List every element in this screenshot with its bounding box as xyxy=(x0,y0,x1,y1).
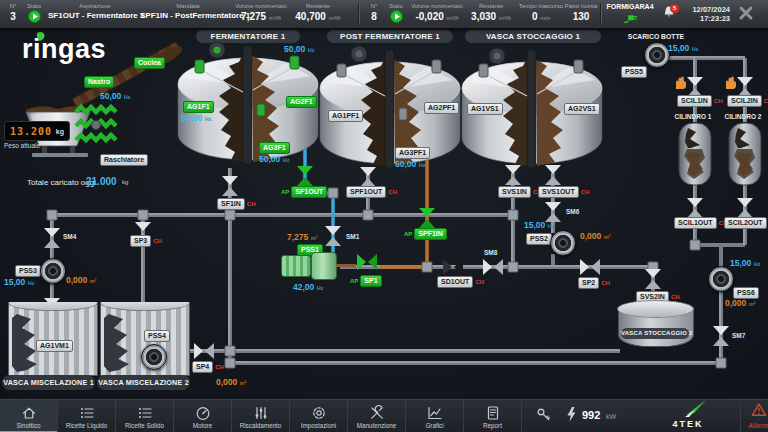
weight-display: 13.200 kg xyxy=(4,121,70,141)
pss1-volume: 7,275 m³ xyxy=(287,232,317,242)
ag1pf1-label[interactable]: AG1PF1 xyxy=(328,110,363,122)
svs1in-valve[interactable] xyxy=(505,165,521,185)
pss1-motor[interactable] xyxy=(281,255,311,277)
tab-riscaldamento[interactable]: Riscaldamento xyxy=(232,400,290,432)
ag3pf1-label[interactable]: AG3PF1 xyxy=(395,147,430,159)
tab-manutenzione[interactable]: Manutenzione xyxy=(348,400,406,432)
pss6-frequency: 15,00 Hz xyxy=(730,258,760,268)
tab-allarmi[interactable]: Allarmi xyxy=(740,402,768,432)
gauge-icon xyxy=(195,405,211,421)
tab-grafici[interactable]: Grafici xyxy=(406,400,464,432)
pss6-pump[interactable] xyxy=(708,266,734,292)
sp2-tag[interactable]: SP2CH xyxy=(578,277,610,289)
ag1f1-frequency: 50,00 Hz xyxy=(181,113,211,123)
pss3-label[interactable]: PSS3 xyxy=(15,265,41,277)
pss3-pump[interactable] xyxy=(40,258,66,284)
ag2pf1-label[interactable]: AG2PF1 xyxy=(424,102,459,114)
power-bolt-icon xyxy=(564,406,578,424)
scil2in-valve[interactable] xyxy=(737,77,753,97)
sm7-valve[interactable] xyxy=(713,326,729,346)
raschiatore-label[interactable]: Raschiatore xyxy=(100,154,148,166)
sp2-valve[interactable] xyxy=(580,259,600,275)
tab-ricette-solido[interactable]: Ricette Solido xyxy=(116,400,174,432)
synoptic-area: ringas Coclea Nastro 50,00 Hz 13.200 xyxy=(0,28,768,399)
tab-motore[interactable]: Motore xyxy=(174,400,232,432)
svs1in-tag[interactable]: SVS1INCH xyxy=(498,186,542,198)
ag2f1-label[interactable]: AG2F1 xyxy=(286,96,317,108)
sd1out-valve[interactable] xyxy=(443,259,463,275)
spf1in-valve[interactable] xyxy=(419,208,435,228)
pss2-frequency: 15,00 Hz xyxy=(524,220,554,230)
pss2-pump[interactable] xyxy=(550,230,576,256)
pss1-pump-body[interactable] xyxy=(311,252,337,280)
cilindro2-vessel[interactable] xyxy=(728,122,762,186)
spf1in-tag[interactable]: APSPF1IN xyxy=(404,228,447,240)
scil2out-valve[interactable] xyxy=(737,198,753,218)
pss2-label[interactable]: PSS2 xyxy=(526,233,552,245)
alarm-bell-button[interactable]: 5 xyxy=(662,5,682,23)
pss3-volume: 0,000 m³ xyxy=(66,275,96,285)
vasca-miscelazione1-title: VASCA MISCELAZIONE 1 xyxy=(2,375,95,390)
ag3f1-label[interactable]: AG3F1 xyxy=(259,142,290,154)
cilindro1-vessel[interactable] xyxy=(678,122,712,186)
document-icon xyxy=(485,405,501,421)
scil2out-tag[interactable]: SCIL2OUTCH xyxy=(724,217,768,229)
ag1vm1-label[interactable]: AG1VM1 xyxy=(36,340,73,352)
sf1out-tag[interactable]: APSF1OUT xyxy=(281,186,327,198)
header-bar: N° 3 Stato Aspirazione SF1OUT - Fermenta… xyxy=(0,0,768,29)
pss5-pump[interactable] xyxy=(644,42,670,68)
sd1out-tag[interactable]: SD1OUTCH xyxy=(437,276,484,288)
close-button[interactable] xyxy=(738,5,756,23)
scil1in-tag[interactable]: SCIL1INCH xyxy=(677,95,723,107)
ag3pf1-frequency: 50,00 Hz xyxy=(395,159,425,169)
totale-caricato-unit: kg xyxy=(122,179,128,185)
sp4-tag[interactable]: SP4CH xyxy=(192,361,224,373)
scil1out-valve[interactable] xyxy=(687,198,703,218)
sf1in-valve[interactable] xyxy=(222,176,238,196)
scil1out-tag[interactable]: SCIL1OUTCH xyxy=(674,217,727,229)
scil2in-tag[interactable]: SCIL2INCH xyxy=(727,95,768,107)
sp4-valve[interactable] xyxy=(194,343,214,359)
sf1out-valve[interactable] xyxy=(297,166,313,186)
ag2vs1-label[interactable]: AG2VS1 xyxy=(564,103,600,115)
ag1vs1-label[interactable]: AG1VS1 xyxy=(467,103,503,115)
vasca-miscelazione1-tank[interactable] xyxy=(8,302,98,376)
sp1-tag[interactable]: APSP1 xyxy=(350,275,382,287)
ag3f1-frequency: 50,00 Hz xyxy=(259,154,289,164)
svs1out-valve[interactable] xyxy=(545,165,561,185)
svs2in-valve[interactable] xyxy=(645,269,661,289)
cilindro2-title: CILINDRO 2 xyxy=(708,113,768,120)
screw-conveyor-graphic xyxy=(74,104,118,148)
sp3-tag[interactable]: SP3CH xyxy=(130,235,162,247)
list-icon xyxy=(79,405,95,421)
sm1-valve[interactable] xyxy=(325,226,341,246)
coclea-label[interactable]: Coclea xyxy=(134,57,165,69)
tab-sinottico[interactable]: Sinottico xyxy=(0,400,58,432)
pss5-frequency: 15,00 Hz xyxy=(668,43,698,53)
tempo-trascorso-field: Tempo trascorso 0 min xyxy=(518,3,564,22)
power-value: 992 xyxy=(582,409,600,421)
tab-report[interactable]: Report xyxy=(464,400,522,432)
alarm-count-badge: 5 xyxy=(670,4,679,13)
pss5-label[interactable]: PSS5 xyxy=(621,66,647,78)
spf1out-tag[interactable]: SPF1OUTCH xyxy=(346,186,397,198)
svs1out-tag[interactable]: SVS1OUTCH xyxy=(538,186,589,198)
tab-ricette-liquido[interactable]: Ricette Liquido xyxy=(58,400,116,432)
sm4-valve[interactable] xyxy=(44,228,60,248)
pss6-volume: 0,000 m³ xyxy=(725,298,755,308)
play-status-icon xyxy=(390,10,403,23)
pss4-label[interactable]: PSS4 xyxy=(144,330,170,342)
sm8-valve[interactable] xyxy=(483,259,503,275)
pss4-pump[interactable] xyxy=(141,344,167,370)
mandata-field: Mandata SPF1IN - PostFermentatore 1 xyxy=(140,3,236,20)
sf1in-tag[interactable]: SF1INCH xyxy=(217,198,256,210)
sm6-valve[interactable] xyxy=(545,202,561,222)
tab-impostazioni[interactable]: Impostazioni xyxy=(290,400,348,432)
spf1out-valve[interactable] xyxy=(360,167,376,187)
sp1-valve[interactable] xyxy=(357,254,377,270)
key-icon[interactable] xyxy=(536,407,552,423)
station-field: FORMIGARA4 xyxy=(604,3,656,28)
ag1f1-label[interactable]: AG1F1 xyxy=(183,101,214,113)
nastro-label[interactable]: Nastro xyxy=(84,76,114,88)
scil1in-valve[interactable] xyxy=(687,77,703,97)
